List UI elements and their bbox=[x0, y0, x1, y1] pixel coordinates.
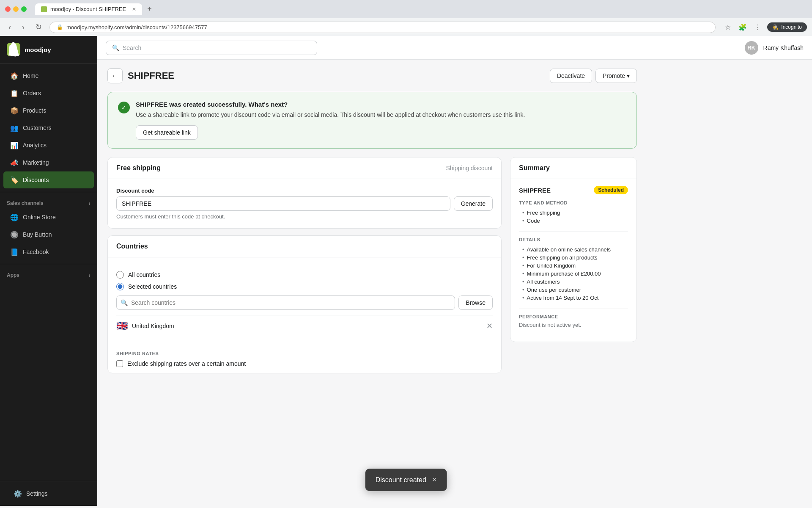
online-store-icon: 🌐 bbox=[10, 213, 19, 221]
country-search-row: 🔍 Browse bbox=[116, 295, 493, 310]
toast-close-button[interactable]: × bbox=[432, 475, 437, 484]
toast-message: Discount created bbox=[376, 476, 426, 484]
sidebar-item-discounts[interactable]: 🏷️ Discounts bbox=[3, 171, 94, 188]
new-tab-btn[interactable]: + bbox=[147, 5, 152, 14]
close-window-btn[interactable] bbox=[5, 6, 11, 12]
apps-label: Apps bbox=[7, 272, 19, 278]
apps-expand-icon[interactable]: › bbox=[88, 272, 91, 279]
window-controls bbox=[5, 6, 27, 12]
avatar: RK bbox=[745, 41, 758, 55]
detail-item-4: Minimum purchase of £200.00 bbox=[522, 270, 628, 278]
sidebar-item-buy-button[interactable]: 🔘 Buy Button bbox=[3, 226, 94, 243]
uk-flag-icon: 🇬🇧 bbox=[116, 320, 128, 331]
deactivate-button[interactable]: Deactivate bbox=[550, 69, 592, 83]
browse-button[interactable]: Browse bbox=[458, 295, 493, 310]
search-icon: 🔍 bbox=[112, 44, 119, 51]
back-browser-btn[interactable]: ‹ bbox=[5, 21, 14, 33]
sales-channels-expand-icon[interactable]: › bbox=[88, 200, 91, 207]
exclude-shipping-rates-option[interactable]: Exclude shipping rates over a certain am… bbox=[108, 360, 501, 373]
sales-channels-label: Sales channels bbox=[7, 200, 44, 206]
settings-icon: ⚙️ bbox=[14, 489, 22, 498]
free-shipping-card-header: Free shipping Shipping discount bbox=[108, 157, 501, 179]
back-button[interactable]: ← bbox=[107, 68, 123, 83]
sidebar-label-facebook: Facebook bbox=[23, 248, 49, 255]
store-name: moodjoy bbox=[25, 46, 51, 53]
sidebar-label-products: Products bbox=[23, 107, 46, 114]
menu-icon[interactable]: ⋮ bbox=[753, 22, 763, 33]
sidebar-item-orders[interactable]: 📋 Orders bbox=[3, 85, 94, 102]
buy-button-icon: 🔘 bbox=[10, 230, 19, 239]
page-header: ← SHIPFREE Deactivate Promote ▾ bbox=[107, 68, 637, 83]
bookmark-icon[interactable]: ☆ bbox=[723, 22, 732, 33]
address-bar[interactable]: 🔒 moodjoy.myshopify.com/admin/discounts/… bbox=[49, 22, 716, 33]
extensions-icon[interactable]: 🧩 bbox=[737, 22, 749, 33]
success-banner: ✓ SHIPFREE was created successfully. Wha… bbox=[107, 92, 637, 149]
type-method-list: Free shipping Code bbox=[519, 209, 628, 225]
countries-card-header: Countries bbox=[108, 236, 501, 257]
success-content: SHIPFREE was created successfully. What'… bbox=[136, 101, 525, 140]
sidebar-item-analytics[interactable]: 📊 Analytics bbox=[3, 137, 94, 154]
page-header-left: ← SHIPFREE bbox=[107, 68, 174, 83]
global-search[interactable]: 🔍 Search bbox=[106, 41, 317, 55]
exclude-shipping-rates-label: Exclude shipping rates over a certain am… bbox=[127, 360, 246, 367]
get-shareable-link-button[interactable]: Get shareable link bbox=[136, 125, 198, 140]
sidebar-navigation: 🏠 Home 📋 Orders 📦 Products 👥 Customers 📊… bbox=[0, 64, 97, 481]
main-content: ← SHIPFREE Deactivate Promote ▾ ✓ bbox=[97, 60, 812, 506]
content-grid: Free shipping Shipping discount Discount… bbox=[107, 157, 637, 380]
toast-notification: Discount created × bbox=[365, 469, 447, 491]
shopify-logo bbox=[7, 43, 20, 56]
promote-button[interactable]: Promote ▾ bbox=[595, 69, 637, 83]
sidebar-item-settings[interactable]: ⚙️ Settings bbox=[7, 485, 91, 502]
country-item-uk: 🇬🇧 United Kingdom ✕ bbox=[116, 315, 493, 337]
sidebar-item-home[interactable]: 🏠 Home bbox=[3, 67, 94, 84]
reload-btn[interactable]: ↻ bbox=[32, 21, 45, 33]
home-icon: 🏠 bbox=[10, 72, 19, 80]
orders-icon: 📋 bbox=[10, 89, 19, 97]
tab-close-btn[interactable]: ✕ bbox=[132, 6, 136, 12]
discount-code-help: Customers must enter this code at checko… bbox=[116, 213, 493, 220]
sidebar-label-discounts: Discounts bbox=[23, 177, 49, 183]
free-shipping-card: Free shipping Shipping discount Discount… bbox=[107, 157, 502, 229]
topbar-right: RK Ramy Khuffash bbox=[745, 41, 804, 55]
sidebar-item-products[interactable]: 📦 Products bbox=[3, 102, 94, 119]
summary-body: SHIPFREE Scheduled TYPE AND METHOD Free … bbox=[510, 179, 636, 342]
browser-tab[interactable]: moodjoy · Discount SHIPFREE ✕ bbox=[35, 3, 142, 15]
country-search-input[interactable] bbox=[116, 295, 455, 310]
sidebar-label-orders: Orders bbox=[23, 90, 41, 97]
sidebar-header: moodjoy bbox=[0, 36, 97, 64]
sidebar-label-customers: Customers bbox=[23, 124, 52, 131]
minimize-window-btn[interactable] bbox=[13, 6, 19, 12]
generate-button[interactable]: Generate bbox=[454, 196, 493, 211]
countries-card: Countries All countries bbox=[107, 235, 502, 373]
performance-label: PERFORMANCE bbox=[519, 314, 628, 319]
sidebar-item-customers[interactable]: 👥 Customers bbox=[3, 119, 94, 136]
performance-section: PERFORMANCE Discount is not active yet. bbox=[519, 314, 628, 328]
username: Ramy Khuffash bbox=[763, 44, 804, 51]
country-left: 🇬🇧 United Kingdom bbox=[116, 320, 174, 331]
sidebar-item-facebook[interactable]: 📘 Facebook bbox=[3, 243, 94, 260]
exclude-shipping-rates-checkbox[interactable] bbox=[116, 360, 123, 367]
selected-countries-radio[interactable] bbox=[116, 283, 124, 290]
main-area: 🔍 Search RK Ramy Khuffash ← SHIPFREE bbox=[97, 36, 812, 506]
browser-chrome: moodjoy · Discount SHIPFREE ✕ + bbox=[0, 0, 812, 18]
all-countries-radio[interactable] bbox=[116, 271, 124, 279]
address-text: moodjoy.myshopify.com/admin/discounts/12… bbox=[66, 24, 207, 30]
promote-label: Promote bbox=[603, 72, 625, 79]
maximize-window-btn[interactable] bbox=[21, 6, 27, 12]
remove-country-button[interactable]: ✕ bbox=[486, 321, 493, 331]
sidebar-bottom: ⚙️ Settings bbox=[0, 481, 97, 506]
sidebar-item-marketing[interactable]: 📣 Marketing bbox=[3, 154, 94, 171]
left-column: Free shipping Shipping discount Discount… bbox=[107, 157, 502, 380]
all-countries-option[interactable]: All countries bbox=[116, 271, 493, 279]
selected-countries-option[interactable]: Selected countries bbox=[116, 283, 493, 290]
page-container: ← SHIPFREE Deactivate Promote ▾ ✓ bbox=[97, 60, 647, 389]
sidebar-label-settings: Settings bbox=[26, 490, 48, 497]
detail-item-1: Available on online sales channels bbox=[522, 246, 628, 254]
sidebar-item-online-store[interactable]: 🌐 Online Store bbox=[3, 209, 94, 226]
detail-item-7: Active from 14 Sept to 20 Oct bbox=[522, 294, 628, 302]
discount-code-input[interactable] bbox=[116, 196, 450, 211]
forward-browser-btn[interactable]: › bbox=[19, 21, 28, 33]
free-shipping-title: Free shipping bbox=[116, 164, 161, 172]
detail-item-5: All customers bbox=[522, 278, 628, 286]
sidebar: moodjoy 🏠 Home 📋 Orders 📦 Products 👥 Cus… bbox=[0, 36, 97, 506]
